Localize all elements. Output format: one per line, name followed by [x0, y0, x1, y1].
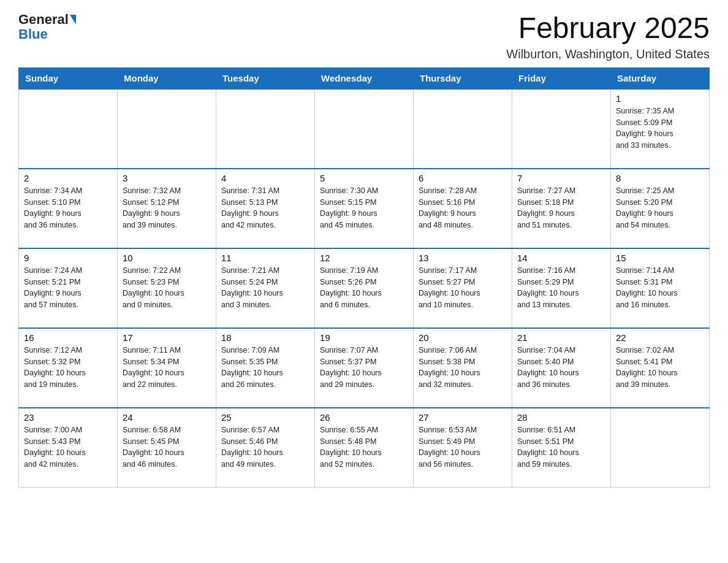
- day-info: Sunrise: 7:35 AMSunset: 5:09 PMDaylight:…: [616, 105, 704, 151]
- day-info: Sunrise: 7:07 AMSunset: 5:37 PMDaylight:…: [320, 345, 408, 391]
- logo-general: General: [18, 12, 69, 27]
- logo: General Blue: [18, 12, 76, 42]
- calendar-week-row: 9Sunrise: 7:24 AMSunset: 5:21 PMDaylight…: [19, 248, 710, 328]
- table-row: 24Sunrise: 6:58 AMSunset: 5:45 PMDayligh…: [118, 408, 216, 488]
- day-info: Sunrise: 7:24 AMSunset: 5:21 PMDaylight:…: [24, 265, 112, 311]
- col-friday: Friday: [512, 67, 611, 89]
- day-info: Sunrise: 7:14 AMSunset: 5:31 PMDaylight:…: [616, 265, 704, 311]
- day-info: Sunrise: 7:30 AMSunset: 5:15 PMDaylight:…: [320, 185, 408, 231]
- table-row: 18Sunrise: 7:09 AMSunset: 5:35 PMDayligh…: [216, 328, 315, 408]
- table-row: 3Sunrise: 7:32 AMSunset: 5:12 PMDaylight…: [118, 169, 216, 248]
- calendar-subtitle: Wilburton, Washington, United States: [506, 47, 710, 61]
- day-number: 1: [616, 93, 704, 104]
- day-info: Sunrise: 7:02 AMSunset: 5:41 PMDaylight:…: [616, 345, 704, 391]
- table-row: 28Sunrise: 6:51 AMSunset: 5:51 PMDayligh…: [512, 408, 611, 488]
- table-row: 16Sunrise: 7:12 AMSunset: 5:32 PMDayligh…: [19, 328, 118, 408]
- table-row: 25Sunrise: 6:57 AMSunset: 5:46 PMDayligh…: [216, 408, 315, 488]
- day-number: 4: [221, 173, 309, 183]
- col-thursday: Thursday: [414, 67, 512, 89]
- day-number: 23: [24, 412, 112, 423]
- table-row: [118, 89, 216, 169]
- table-row: [315, 89, 414, 169]
- day-number: 9: [24, 253, 112, 263]
- day-info: Sunrise: 7:28 AMSunset: 5:16 PMDaylight:…: [419, 185, 507, 231]
- table-row: [611, 408, 710, 488]
- table-row: 20Sunrise: 7:06 AMSunset: 5:38 PMDayligh…: [414, 328, 512, 408]
- day-number: 19: [320, 332, 408, 343]
- table-row: 15Sunrise: 7:14 AMSunset: 5:31 PMDayligh…: [611, 248, 710, 328]
- day-info: Sunrise: 6:57 AMSunset: 5:46 PMDaylight:…: [221, 424, 309, 470]
- day-number: 12: [320, 253, 408, 263]
- day-info: Sunrise: 7:21 AMSunset: 5:24 PMDaylight:…: [221, 265, 309, 311]
- calendar-week-row: 16Sunrise: 7:12 AMSunset: 5:32 PMDayligh…: [19, 328, 710, 408]
- page-header: General Blue February 2025 Wilburton, Wa…: [18, 12, 710, 61]
- table-row: 22Sunrise: 7:02 AMSunset: 5:41 PMDayligh…: [611, 328, 710, 408]
- day-number: 5: [320, 173, 408, 183]
- table-row: 27Sunrise: 6:53 AMSunset: 5:49 PMDayligh…: [414, 408, 512, 488]
- table-row: [19, 89, 118, 169]
- day-info: Sunrise: 6:55 AMSunset: 5:48 PMDaylight:…: [320, 424, 408, 470]
- day-number: 7: [517, 173, 605, 183]
- day-info: Sunrise: 6:58 AMSunset: 5:45 PMDaylight:…: [123, 424, 211, 470]
- day-number: 8: [616, 173, 704, 183]
- day-info: Sunrise: 7:16 AMSunset: 5:29 PMDaylight:…: [517, 265, 605, 311]
- day-number: 25: [221, 412, 309, 423]
- day-info: Sunrise: 7:00 AMSunset: 5:43 PMDaylight:…: [24, 424, 112, 470]
- day-info: Sunrise: 7:04 AMSunset: 5:40 PMDaylight:…: [517, 345, 605, 391]
- table-row: 8Sunrise: 7:25 AMSunset: 5:20 PMDaylight…: [611, 169, 710, 248]
- col-monday: Monday: [118, 67, 216, 89]
- day-number: 16: [24, 332, 112, 343]
- day-number: 28: [517, 412, 605, 423]
- day-info: Sunrise: 7:19 AMSunset: 5:26 PMDaylight:…: [320, 265, 408, 311]
- day-info: Sunrise: 7:31 AMSunset: 5:13 PMDaylight:…: [221, 185, 309, 231]
- day-number: 20: [419, 332, 507, 343]
- day-info: Sunrise: 7:06 AMSunset: 5:38 PMDaylight:…: [419, 345, 507, 391]
- table-row: [216, 89, 315, 169]
- table-row: 13Sunrise: 7:17 AMSunset: 5:27 PMDayligh…: [414, 248, 512, 328]
- day-number: 10: [123, 253, 211, 263]
- table-row: 26Sunrise: 6:55 AMSunset: 5:48 PMDayligh…: [315, 408, 414, 488]
- table-row: [414, 89, 512, 169]
- table-row: 6Sunrise: 7:28 AMSunset: 5:16 PMDaylight…: [414, 169, 512, 248]
- calendar-table: Sunday Monday Tuesday Wednesday Thursday…: [18, 67, 710, 488]
- calendar-header-row: Sunday Monday Tuesday Wednesday Thursday…: [19, 67, 710, 89]
- day-number: 3: [123, 173, 211, 183]
- table-row: 12Sunrise: 7:19 AMSunset: 5:26 PMDayligh…: [315, 248, 414, 328]
- table-row: 21Sunrise: 7:04 AMSunset: 5:40 PMDayligh…: [512, 328, 611, 408]
- day-info: Sunrise: 6:53 AMSunset: 5:49 PMDaylight:…: [419, 424, 507, 470]
- day-number: 21: [517, 332, 605, 343]
- calendar-week-row: 23Sunrise: 7:00 AMSunset: 5:43 PMDayligh…: [19, 408, 710, 488]
- table-row: 9Sunrise: 7:24 AMSunset: 5:21 PMDaylight…: [19, 248, 118, 328]
- day-info: Sunrise: 7:11 AMSunset: 5:34 PMDaylight:…: [123, 345, 211, 391]
- calendar-week-row: 2Sunrise: 7:34 AMSunset: 5:10 PMDaylight…: [19, 169, 710, 248]
- day-info: Sunrise: 7:25 AMSunset: 5:20 PMDaylight:…: [616, 185, 704, 231]
- table-row: 17Sunrise: 7:11 AMSunset: 5:34 PMDayligh…: [118, 328, 216, 408]
- day-info: Sunrise: 7:32 AMSunset: 5:12 PMDaylight:…: [123, 185, 211, 231]
- day-info: Sunrise: 7:27 AMSunset: 5:18 PMDaylight:…: [517, 185, 605, 231]
- day-number: 11: [221, 253, 309, 263]
- day-info: Sunrise: 7:17 AMSunset: 5:27 PMDaylight:…: [419, 265, 507, 311]
- day-info: Sunrise: 7:34 AMSunset: 5:10 PMDaylight:…: [24, 185, 112, 231]
- table-row: [512, 89, 611, 169]
- calendar-week-row: 1Sunrise: 7:35 AMSunset: 5:09 PMDaylight…: [19, 89, 710, 169]
- title-block: February 2025 Wilburton, Washington, Uni…: [506, 12, 710, 61]
- table-row: 4Sunrise: 7:31 AMSunset: 5:13 PMDaylight…: [216, 169, 315, 248]
- day-number: 13: [419, 253, 507, 263]
- day-info: Sunrise: 7:12 AMSunset: 5:32 PMDaylight:…: [24, 345, 112, 391]
- day-number: 26: [320, 412, 408, 423]
- col-saturday: Saturday: [611, 67, 710, 89]
- day-number: 27: [419, 412, 507, 423]
- day-number: 15: [616, 253, 704, 263]
- table-row: 23Sunrise: 7:00 AMSunset: 5:43 PMDayligh…: [19, 408, 118, 488]
- table-row: 10Sunrise: 7:22 AMSunset: 5:23 PMDayligh…: [118, 248, 216, 328]
- logo-triangle-icon: [70, 15, 76, 25]
- table-row: 5Sunrise: 7:30 AMSunset: 5:15 PMDaylight…: [315, 169, 414, 248]
- calendar-title: February 2025: [506, 12, 710, 45]
- day-number: 18: [221, 332, 309, 343]
- logo-blue: Blue: [18, 27, 48, 42]
- table-row: 19Sunrise: 7:07 AMSunset: 5:37 PMDayligh…: [315, 328, 414, 408]
- day-info: Sunrise: 7:22 AMSunset: 5:23 PMDaylight:…: [123, 265, 211, 311]
- day-number: 22: [616, 332, 704, 343]
- col-tuesday: Tuesday: [216, 67, 315, 89]
- day-number: 14: [517, 253, 605, 263]
